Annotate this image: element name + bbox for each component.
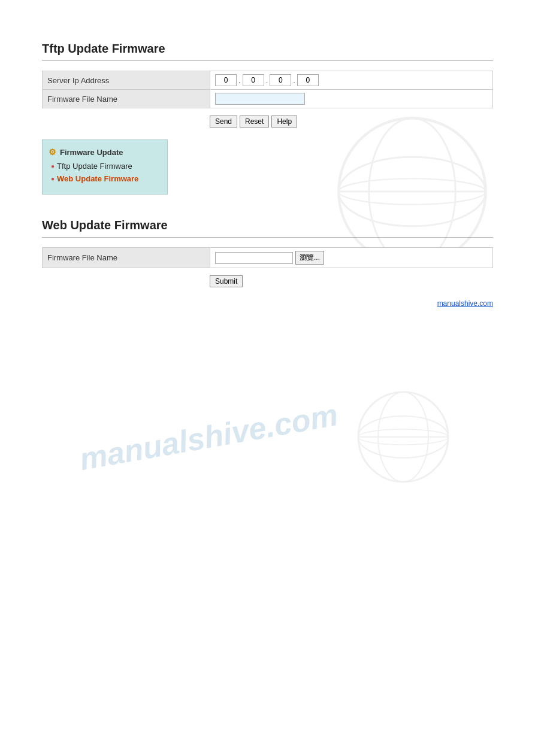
svg-point-5 xyxy=(358,392,448,482)
svg-point-4 xyxy=(338,178,486,204)
reset-button[interactable]: Reset xyxy=(240,116,269,127)
sidebar-title: ⚙ Firmware Update xyxy=(49,147,161,157)
send-button[interactable]: Send xyxy=(210,116,237,127)
web-form-table: Firmware File Name 瀏覽... xyxy=(42,247,493,268)
ip-octet-2[interactable] xyxy=(243,74,264,86)
server-ip-label: Server Ip Address xyxy=(43,71,210,90)
sidebar-nav-box: ⚙ Firmware Update ● Tftp Update Firmware… xyxy=(42,139,168,195)
tftp-form-table: Server Ip Address . . . Firmware File Na… xyxy=(42,71,493,108)
ip-octet-3[interactable] xyxy=(270,74,291,86)
web-firmware-file-row: Firmware File Name 瀏覽... xyxy=(43,248,493,268)
sidebar-link-tftp[interactable]: Tftp Update Firmware xyxy=(57,162,132,171)
submit-button[interactable]: Submit xyxy=(210,275,243,287)
ip-octet-1[interactable] xyxy=(215,74,237,86)
ip-dot-1: . xyxy=(238,76,241,85)
firmware-file-cell xyxy=(210,90,493,108)
sidebar-item-web[interactable]: ● Web Update Firmware xyxy=(49,174,161,183)
web-file-input-group: 瀏覽... xyxy=(215,251,488,265)
ip-dot-3: . xyxy=(292,76,296,85)
web-file-text-input[interactable] xyxy=(215,252,293,264)
help-button[interactable]: Help xyxy=(271,116,297,127)
sidebar-bullet-2: ● xyxy=(51,175,55,182)
sidebar-title-text: Firmware Update xyxy=(60,148,123,157)
tftp-section-title: Tftp Update Firmware xyxy=(42,42,493,56)
svg-point-0 xyxy=(338,118,486,265)
tftp-divider xyxy=(42,60,493,61)
ip-field-group: . . . xyxy=(215,74,488,86)
web-firmware-file-cell: 瀏覽... xyxy=(210,248,493,268)
tftp-buttons-row: Send Reset Help xyxy=(210,116,493,127)
web-firmware-file-label: Firmware File Name xyxy=(43,248,210,268)
web-section-title: Web Update Firmware xyxy=(42,218,493,232)
ip-octet-4[interactable] xyxy=(297,74,319,86)
firmware-file-input[interactable] xyxy=(215,93,305,105)
browse-button[interactable]: 瀏覽... xyxy=(295,251,324,265)
sidebar-bullet-1: ● xyxy=(51,163,55,169)
firmware-file-row: Firmware File Name xyxy=(43,90,493,108)
bottom-link[interactable]: manualshive.com xyxy=(437,299,493,308)
submit-row: Submit xyxy=(210,275,493,287)
svg-point-2 xyxy=(338,157,486,226)
ip-dot-2: . xyxy=(265,76,269,85)
svg-point-7 xyxy=(358,416,448,458)
sidebar-item-tftp[interactable]: ● Tftp Update Firmware xyxy=(49,162,161,171)
web-divider xyxy=(42,237,493,238)
svg-point-6 xyxy=(378,392,428,482)
firmware-icon: ⚙ xyxy=(49,147,56,157)
server-ip-cell: . . . xyxy=(210,71,493,90)
firmware-file-label: Firmware File Name xyxy=(43,90,210,108)
watermark-text: manualshive.com xyxy=(77,397,340,478)
sidebar-link-web[interactable]: Web Update Firmware xyxy=(57,174,138,183)
server-ip-row: Server Ip Address . . . xyxy=(43,71,493,90)
svg-point-1 xyxy=(369,118,455,265)
svg-point-9 xyxy=(358,429,448,445)
